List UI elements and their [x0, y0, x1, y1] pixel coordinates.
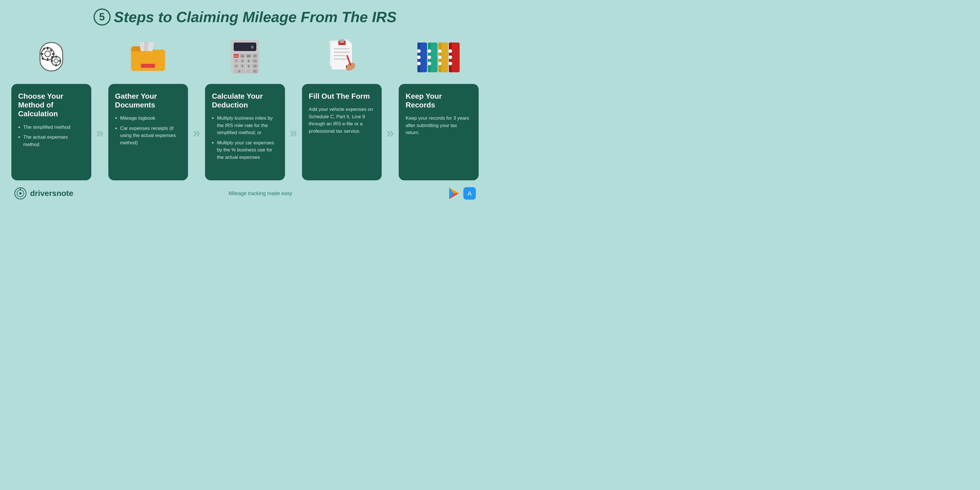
- svg-text:5: 5: [242, 65, 243, 68]
- svg-rect-63: [334, 59, 348, 60]
- step-5-body: Keep your records for 3 years after subm…: [406, 115, 472, 137]
- svg-point-80: [438, 56, 442, 59]
- step-number-badge: 5: [94, 8, 111, 25]
- binders-icon: [416, 34, 461, 80]
- svg-text:.: .: [248, 70, 249, 73]
- footer: driversnote Mileage tracking made easy A: [11, 187, 479, 200]
- step-4-title: Fill Out The Form: [309, 92, 375, 101]
- arrow-1: »: [91, 34, 108, 140]
- svg-point-86: [449, 62, 452, 65]
- svg-text:7: 7: [235, 60, 237, 63]
- step-2-card: Gather Your Documents Mileage logbook Ca…: [108, 84, 188, 180]
- svg-text:ON: ON: [234, 55, 238, 57]
- step-4-text: Add your vehicle expenses on Schedule C,…: [309, 106, 375, 135]
- svg-text:÷: ÷: [254, 60, 256, 63]
- step-5-column: Keep Your Records Keep your records for …: [399, 34, 479, 180]
- svg-point-71: [417, 62, 420, 65]
- page-header: 5 Steps to Claiming Mileage From The IRS: [94, 8, 397, 25]
- list-item: The actual expenses method: [23, 134, 84, 148]
- svg-point-85: [449, 56, 452, 59]
- svg-text:CE: CE: [247, 55, 251, 57]
- step-2-column: Gather Your Documents Mileage logbook Ca…: [108, 34, 188, 180]
- step-1-body: The simplified method The actual expense…: [18, 124, 84, 148]
- svg-rect-90: [20, 188, 21, 190]
- footer-tagline: Mileage tracking made easy: [229, 191, 292, 197]
- arrow-4: »: [382, 34, 399, 140]
- google-play-icon[interactable]: [447, 187, 460, 200]
- app-store-buttons: A: [447, 187, 476, 200]
- list-item: Car expenses receipts (if using the actu…: [120, 125, 181, 146]
- step-1-title: Choose Your Method of Calculation: [18, 92, 84, 119]
- driversnote-logo-icon: [14, 187, 27, 200]
- page-title: Steps to Claiming Mileage From The IRS: [114, 8, 397, 25]
- gears-icon: [33, 34, 70, 80]
- step-2-list: Mileage logbook Car expenses receipts (i…: [115, 115, 181, 146]
- step-2-body: Mileage logbook Car expenses receipts (i…: [115, 115, 181, 146]
- svg-rect-6: [52, 53, 55, 55]
- svg-rect-3: [47, 47, 48, 49]
- brand-name: driversnote: [30, 189, 73, 198]
- step-4-column: Fill Out The Form Add your vehicle expen…: [302, 34, 382, 180]
- step-4-card: Fill Out The Form Add your vehicle expen…: [302, 84, 382, 180]
- svg-rect-13: [55, 56, 57, 58]
- svg-text:0: 0: [239, 70, 240, 73]
- arrow-3: »: [285, 34, 302, 140]
- svg-text:%: %: [241, 55, 243, 57]
- arrow-2: »: [188, 34, 205, 140]
- svg-text:A: A: [468, 190, 472, 197]
- step-3-card: Calculate Your Deduction Multiply busine…: [205, 84, 285, 180]
- step-number: 5: [99, 11, 105, 23]
- svg-point-75: [428, 56, 431, 59]
- step-3-body: Multiply business miles by the IRS mile …: [212, 115, 278, 161]
- svg-rect-15: [51, 60, 53, 62]
- step-3-title: Calculate Your Deduction: [212, 92, 278, 110]
- brand-section: driversnote: [14, 187, 73, 200]
- svg-point-89: [19, 192, 22, 194]
- svg-point-79: [438, 49, 442, 53]
- svg-text:C: C: [254, 55, 256, 57]
- svg-rect-61: [334, 52, 350, 53]
- svg-rect-60: [334, 48, 350, 49]
- step-5-text: Keep your records for 3 years after subm…: [406, 115, 472, 137]
- svg-text:8: 8: [242, 60, 243, 63]
- step-5-card: Keep Your Records Keep your records for …: [399, 84, 479, 180]
- svg-point-84: [449, 49, 452, 53]
- step-2-title: Gather Your Documents: [115, 92, 181, 110]
- step-5-title: Keep Your Records: [406, 92, 472, 110]
- svg-rect-4: [47, 58, 48, 61]
- svg-rect-14: [55, 64, 57, 66]
- folder-icon: [130, 34, 167, 80]
- svg-rect-16: [59, 60, 61, 62]
- list-item: Multiply your car expenses by the % busi…: [217, 139, 278, 161]
- svg-rect-5: [41, 53, 43, 55]
- step-3-list: Multiply business miles by the IRS mile …: [212, 115, 278, 161]
- svg-point-76: [428, 62, 431, 65]
- svg-point-70: [417, 56, 420, 59]
- svg-text:4: 4: [235, 65, 237, 68]
- svg-text:6: 6: [248, 65, 250, 68]
- svg-point-74: [428, 49, 431, 53]
- list-item: The simplified method: [23, 124, 84, 131]
- svg-text:×: ×: [254, 65, 256, 68]
- step-3-column: 0 O: [205, 34, 285, 180]
- svg-point-81: [438, 62, 442, 65]
- steps-container: Choose Your Method of Calculation The si…: [11, 34, 479, 180]
- list-item: Multiply business miles by the IRS mile …: [217, 115, 278, 137]
- svg-text:0: 0: [251, 45, 253, 49]
- step-4-body: Add your vehicle expenses on Schedule C,…: [309, 106, 375, 135]
- svg-text:9: 9: [248, 60, 250, 63]
- list-item: Mileage logbook: [120, 115, 181, 122]
- calculator-icon: 0 O: [228, 34, 262, 80]
- svg-rect-21: [141, 64, 155, 68]
- step-1-card: Choose Your Method of Calculation The si…: [11, 84, 91, 180]
- step-1-column: Choose Your Method of Calculation The si…: [11, 34, 91, 180]
- step-1-list: The simplified method The actual expense…: [18, 124, 84, 148]
- app-store-icon[interactable]: A: [463, 187, 476, 200]
- svg-text:=: =: [254, 70, 256, 73]
- clipboard-icon: [323, 34, 360, 80]
- svg-rect-59: [340, 40, 344, 43]
- svg-point-69: [417, 49, 420, 53]
- svg-rect-62: [334, 55, 345, 56]
